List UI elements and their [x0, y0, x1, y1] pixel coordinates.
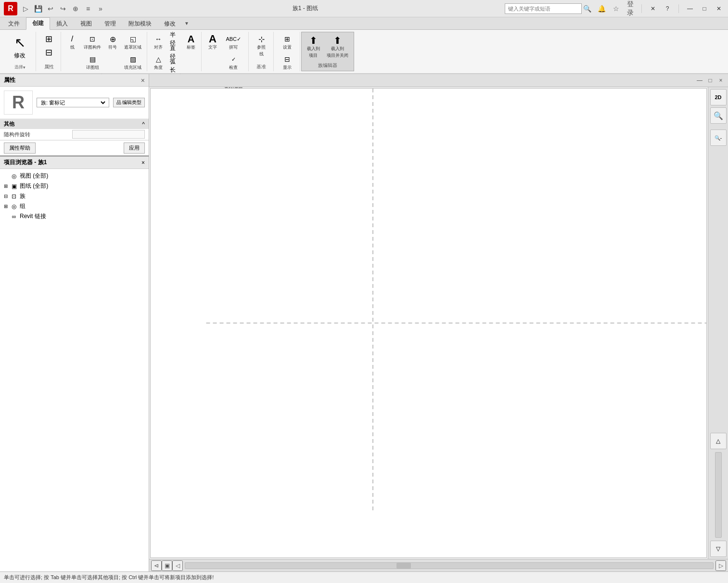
- tree-item-revit-links[interactable]: ∞ Revit 链接: [0, 211, 149, 221]
- zoom-out-tool[interactable]: 🔍-: [710, 130, 727, 146]
- props-btn2[interactable]: ⊟: [42, 46, 56, 59]
- masking-btn[interactable]: ◱ 遮罩区域: [122, 33, 144, 52]
- more-btn[interactable]: »: [95, 3, 106, 14]
- arc-btn[interactable]: 弧长: [167, 60, 182, 72]
- detail-group-label: 详图组: [86, 65, 99, 71]
- horizontal-scrollbar[interactable]: [185, 562, 714, 569]
- search-icon-btn[interactable]: 🔍: [582, 3, 592, 14]
- tree-item-views[interactable]: ◎ 视图 (全部): [0, 171, 149, 181]
- properties-apply-btn[interactable]: 应用: [124, 143, 145, 154]
- fill-btn[interactable]: ▨ 填充区域: [122, 53, 144, 72]
- detail-component-btn[interactable]: ⊡ 详图构件: [81, 33, 103, 52]
- load-close-btn[interactable]: ⬆ 载入到 项目并关闭: [324, 34, 351, 60]
- align-label: 对齐: [154, 44, 163, 51]
- project-browser-close-btn[interactable]: ×: [141, 159, 145, 166]
- canvas-scroll-right-btn[interactable]: ▷: [715, 560, 726, 571]
- canvas-close-btn[interactable]: ×: [715, 75, 726, 86]
- radius-btn[interactable]: 半径: [167, 33, 182, 45]
- fe-content: ⬆ 载入到 项目 ⬆ 载入到 项目并关闭: [305, 34, 351, 61]
- tab-addins[interactable]: 附加模块: [122, 17, 158, 30]
- tree-label-revit-links: Revit 链接: [20, 212, 147, 220]
- tab-insert[interactable]: 插入: [50, 17, 74, 30]
- tab-create[interactable]: 创建: [26, 17, 50, 30]
- tab-dropdown-arrow[interactable]: ▼: [182, 17, 192, 30]
- settings-btn[interactable]: ⊞ 设置: [280, 33, 294, 52]
- family-type-selector[interactable]: 族: 窗标记: [37, 98, 109, 107]
- align-icon: ↔: [153, 34, 163, 44]
- line-btn[interactable]: / 线: [65, 33, 79, 52]
- login-btn[interactable]: 登录: [625, 3, 636, 14]
- tree-item-families[interactable]: ⊟ ⊡ 族: [0, 191, 149, 201]
- symbol-btn[interactable]: ⊕ 符号: [105, 33, 120, 52]
- tab-view[interactable]: 视图: [74, 17, 98, 30]
- minimize-btn[interactable]: —: [685, 3, 695, 14]
- 2d-view-tool[interactable]: 2D: [710, 89, 727, 105]
- maximize-btn[interactable]: □: [699, 3, 710, 14]
- angle-btn[interactable]: △ 角度: [151, 53, 166, 72]
- text-btn[interactable]: A 文字: [205, 33, 220, 52]
- revit-x-btn[interactable]: ✕: [648, 3, 658, 14]
- detail-col1: ⊡ 详图构件 ▤ 详图组: [81, 33, 103, 72]
- vertical-scrollbar[interactable]: [715, 452, 722, 538]
- section-other-header[interactable]: 其他 ^: [0, 119, 149, 129]
- props-btn1[interactable]: ⊞: [42, 33, 56, 45]
- load-project-label2: 项目: [309, 52, 318, 59]
- measure-btn[interactable]: ≡: [83, 3, 93, 14]
- wp-col: ⊞ 设置 ⊟ 显示: [280, 33, 294, 72]
- spell-btn[interactable]: ABC✓ 拼写: [222, 33, 245, 52]
- tab-manage[interactable]: 管理: [98, 17, 122, 30]
- tree-item-groups[interactable]: ⊞ ◎ 组: [0, 201, 149, 211]
- ref-plane-btn[interactable]: ⊹ 参照 线: [254, 33, 268, 59]
- tree-icon-families: ⊡: [10, 193, 18, 200]
- edit-type-btn[interactable]: 品 编辑类型: [113, 98, 145, 107]
- canvas-nav-btn1[interactable]: ⊲: [151, 560, 162, 571]
- tab-modify[interactable]: 修改: [158, 17, 182, 30]
- align-btn[interactable]: ↔ 对齐: [151, 33, 166, 52]
- tab-file[interactable]: 文件: [2, 17, 26, 30]
- load-project-btn[interactable]: ⬆ 载入到 项目: [305, 34, 322, 60]
- symbol-label: 符号: [108, 44, 117, 51]
- prop-rotation-value[interactable]: [72, 130, 145, 139]
- save-btn[interactable]: 💾: [33, 3, 43, 14]
- zoom-in-tool[interactable]: 🔍: [710, 107, 727, 124]
- separator-1: [641, 4, 642, 13]
- notifications-btn[interactable]: 🔔: [596, 3, 607, 14]
- group-family-editor: ⬆ 载入到 项目 ⬆ 载入到 项目并关闭 族编辑器: [301, 32, 354, 71]
- scroll-v-up[interactable]: △: [710, 433, 727, 449]
- search-input[interactable]: [505, 3, 582, 14]
- canvas-nav-btn2[interactable]: ▣: [162, 560, 172, 571]
- canvas-restore-btn[interactable]: □: [705, 75, 715, 86]
- angle-icon: △: [153, 54, 163, 64]
- tag-icon: A: [186, 34, 196, 44]
- tree-item-sheets[interactable]: ⊞ ▣ 图纸 (全部): [0, 181, 149, 191]
- properties-title: 属性: [4, 76, 15, 84]
- undo-btn[interactable]: ↩: [45, 3, 56, 14]
- modify-tool[interactable]: ↖ 修改: [7, 33, 33, 62]
- scroll-v-down[interactable]: ▽: [710, 541, 727, 557]
- group-fe-label: 族编辑器: [318, 61, 337, 69]
- diameter-btn[interactable]: 直径: [167, 46, 182, 59]
- status-text: 单击可进行选择; 按 Tab 键并单击可选择其他项目; 按 Ctrl 键并单击可…: [4, 574, 214, 581]
- canvas-nav-btn3[interactable]: ◁: [172, 560, 183, 571]
- canvas-minimize-btn[interactable]: —: [694, 75, 705, 86]
- open-btn[interactable]: ▷: [20, 3, 31, 14]
- detail-col2: ◱ 遮罩区域 ▨ 填充区域: [122, 33, 144, 72]
- check-icon: ✓: [229, 54, 238, 64]
- redo-btn[interactable]: ↪: [58, 3, 68, 14]
- arc-icon: 弧长: [170, 61, 179, 71]
- family-type-dropdown[interactable]: 族: 窗标记: [39, 99, 107, 106]
- properties-help-btn[interactable]: 属性帮助: [4, 143, 36, 154]
- section-other-label: 其他: [4, 120, 14, 128]
- display-btn[interactable]: ⊟ 显示: [280, 53, 294, 72]
- star-btn[interactable]: ☆: [611, 3, 621, 14]
- group-text: A 文字 ABC✓ 拼写 ✓ 检查 AC→: [203, 32, 249, 71]
- select-dropdown[interactable]: 选择 ▾: [14, 64, 26, 70]
- check-btn[interactable]: ✓ 检查: [222, 53, 245, 72]
- print-btn[interactable]: ⊕: [70, 3, 81, 14]
- tag-btn[interactable]: A 标签: [184, 33, 198, 52]
- help-btn[interactable]: ?: [662, 3, 673, 14]
- detail-group-btn[interactable]: ▤ 详图组: [81, 53, 103, 72]
- separator-2: [678, 4, 679, 13]
- properties-close-btn[interactable]: ×: [141, 77, 145, 84]
- close-btn[interactable]: ✕: [714, 3, 724, 14]
